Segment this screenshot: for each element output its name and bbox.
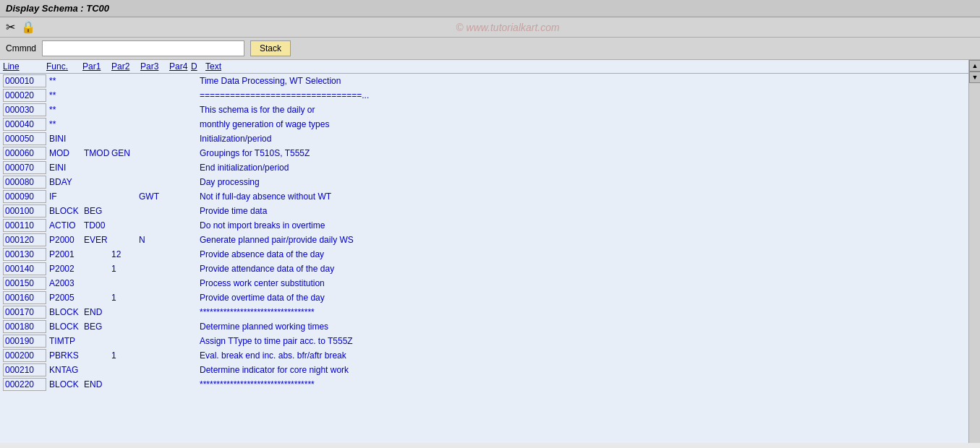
cell-par1: EVER — [82, 235, 110, 245]
cell-line: 000100 — [3, 204, 46, 217]
command-label: Cmmnd — [6, 43, 36, 53]
cell-text: Initialization/period — [198, 134, 977, 144]
content-area: Line Func. Par1 Par2 Par3 Par4 D Text 00… — [0, 60, 980, 443]
table-row[interactable]: 000070 EINI End initialization/period — [3, 160, 977, 175]
table-row[interactable]: 000190 TIMTP Assign TType to time pair a… — [3, 334, 977, 348]
cell-text: Provide absence data of the day — [198, 249, 977, 259]
table-row[interactable]: 000170 BLOCK END ***********************… — [3, 305, 977, 319]
data-rows: 000010 ** Time Data Processing, WT Selec… — [0, 74, 980, 392]
cell-line: 000110 — [3, 219, 46, 232]
column-headers: Line Func. Par1 Par2 Par3 Par4 D Text — [0, 60, 980, 74]
table-row[interactable]: 000030 ** This schema is for the daily o… — [3, 103, 977, 117]
cell-line: 000130 — [3, 248, 46, 261]
cell-text: ================================... — [198, 90, 977, 100]
cell-text: ********************************** — [198, 379, 977, 389]
cell-func: BLOCK — [48, 379, 82, 389]
table-row[interactable]: 000140 P2002 1 Provide attendance data o… — [3, 262, 977, 276]
cell-func: ** — [48, 105, 82, 115]
header-text: Text — [205, 61, 977, 72]
cell-par1: TMOD — [82, 148, 110, 158]
cell-line: 000020 — [3, 89, 46, 102]
cell-par3: N — [137, 235, 165, 245]
cell-line: 000090 — [3, 190, 46, 203]
header-par1: Par1 — [82, 61, 111, 72]
cell-func: BLOCK — [48, 307, 82, 317]
table-row[interactable]: 000010 ** Time Data Processing, WT Selec… — [3, 74, 977, 88]
table-row[interactable]: 000120 P2000 EVER N Generate planned pai… — [3, 233, 977, 247]
cell-text: Not if full-day absence without WT — [198, 191, 977, 202]
cell-par1: BEG — [82, 206, 110, 216]
table-row[interactable]: 000180 BLOCK BEG Determine planned worki… — [3, 319, 977, 334]
cell-line: 000060 — [3, 147, 46, 160]
cell-par2: GEN — [110, 148, 137, 158]
title-bar: Display Schema : TC00 — [0, 0, 980, 17]
cell-line: 000180 — [3, 320, 46, 333]
table-row[interactable]: 000210 KNTAG Determine indicator for cor… — [3, 363, 977, 377]
table-row[interactable]: 000090 IF GWT Not if full-day absence wi… — [3, 189, 977, 204]
cell-line: 000010 — [3, 74, 46, 87]
cell-line: 000080 — [3, 176, 46, 189]
table-row[interactable]: 000220 BLOCK END ***********************… — [3, 377, 977, 392]
cell-text: Determine indicator for core night work — [198, 365, 977, 375]
table-row[interactable]: 000150 A2003 Process work center substit… — [3, 276, 977, 290]
cell-func: A2003 — [48, 278, 82, 288]
cell-line: 000220 — [3, 378, 46, 391]
cell-par2: 12 — [110, 249, 137, 259]
table-row[interactable]: 000080 BDAY Day processing — [3, 175, 977, 189]
cell-text: ********************************** — [198, 307, 977, 317]
header-line: Line — [3, 61, 46, 72]
cell-par1: END — [82, 307, 110, 317]
scrollbar[interactable]: ▲ ▼ — [968, 60, 980, 443]
table-row[interactable]: 000050 BINI Initialization/period — [3, 132, 977, 146]
cell-text: Process work center substitution — [198, 278, 977, 288]
cell-func: MOD — [48, 148, 82, 158]
scissors-icon[interactable]: ✂ — [6, 20, 15, 34]
cell-func: ** — [48, 119, 82, 129]
cell-text: Day processing — [198, 177, 977, 187]
cell-func: PBRKS — [48, 350, 82, 361]
cell-text: Assign TType to time pair acc. to T555Z — [198, 336, 977, 346]
cell-text: Provide time data — [198, 206, 977, 216]
cell-line: 000190 — [3, 335, 46, 348]
scroll-down-button[interactable]: ▼ — [969, 72, 980, 83]
header-par2: Par2 — [111, 61, 140, 72]
table-row[interactable]: 000200 PBRKS 1 Eval. break end inc. abs.… — [3, 348, 977, 363]
cell-func: ** — [48, 76, 82, 86]
cell-func: TIMTP — [48, 336, 82, 346]
cell-par1: BEG — [82, 322, 110, 332]
cell-func: P2002 — [48, 264, 82, 274]
cell-line: 000210 — [3, 363, 46, 376]
lock-icon[interactable]: 🔒 — [21, 20, 35, 34]
cell-par2: 1 — [110, 264, 137, 274]
cell-func: KNTAG — [48, 365, 82, 375]
table-row[interactable]: 000160 P2005 1 Provide overtime data of … — [3, 290, 977, 305]
cell-par1: END — [82, 379, 110, 389]
table-row[interactable]: 000110 ACTIO TD00 Do not import breaks i… — [3, 218, 977, 233]
header-par3: Par3 — [140, 61, 169, 72]
table-row[interactable]: 000100 BLOCK BEG Provide time data — [3, 204, 977, 218]
cell-text: monthly generation of wage types — [198, 119, 977, 129]
table-row[interactable]: 000060 MOD TMOD GEN Groupings for T510S,… — [3, 146, 977, 160]
toolbar: ✂ 🔒 © www.tutorialkart.com — [0, 17, 980, 38]
cell-func: BDAY — [48, 177, 82, 187]
cell-func: P2000 — [48, 235, 82, 245]
table-row[interactable]: 000040 ** monthly generation of wage typ… — [3, 117, 977, 132]
cell-func: BLOCK — [48, 206, 82, 216]
cell-func: ACTIO — [48, 220, 82, 231]
header-par4: Par4 — [169, 61, 191, 72]
cell-func: BLOCK — [48, 322, 82, 332]
stack-button[interactable]: Stack — [250, 40, 291, 56]
table-row[interactable]: 000130 P2001 12 Provide absence data of … — [3, 247, 977, 262]
table-row[interactable]: 000020 ** ==============================… — [3, 88, 977, 103]
command-input[interactable] — [42, 40, 244, 56]
cell-text: Time Data Processing, WT Selection — [198, 76, 977, 86]
cell-line: 000200 — [3, 349, 46, 362]
scroll-up-button[interactable]: ▲ — [969, 60, 980, 72]
cell-line: 000160 — [3, 291, 46, 304]
cell-line: 000140 — [3, 262, 46, 275]
cell-func: IF — [48, 191, 82, 202]
cell-par3: GWT — [137, 191, 165, 202]
cell-text: This schema is for the daily or — [198, 105, 977, 115]
cell-par2: 1 — [110, 293, 137, 303]
cell-line: 000040 — [3, 118, 46, 131]
